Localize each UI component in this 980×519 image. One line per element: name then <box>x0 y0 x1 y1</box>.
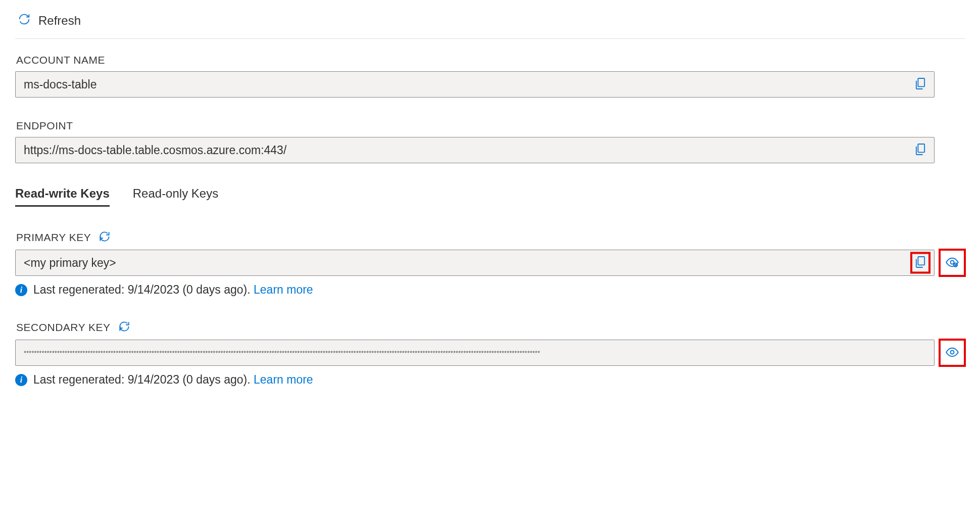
refresh-button[interactable]: Refresh <box>17 12 81 29</box>
tab-read-write-keys[interactable]: Read-write Keys <box>15 185 110 206</box>
toolbar: Refresh <box>15 9 965 38</box>
secondary-key-info-text: Last regenerated: 9/14/2023 (0 days ago)… <box>33 373 254 386</box>
regenerate-primary-key-button[interactable] <box>98 230 111 245</box>
endpoint-field: ENDPOINT <box>15 120 965 163</box>
primary-key-label: PRIMARY KEY <box>16 231 91 244</box>
refresh-label: Refresh <box>38 14 81 28</box>
primary-key-input[interactable] <box>15 250 935 276</box>
show-secondary-key-button[interactable] <box>940 340 965 366</box>
primary-key-field: PRIMARY KEY <box>15 230 965 297</box>
secondary-key-field: SECONDARY KEY i Last regenerated: 9/14/2… <box>15 320 965 387</box>
account-name-field: ACCOUNT NAME <box>15 54 965 98</box>
regenerate-icon <box>118 320 131 335</box>
divider <box>15 38 965 39</box>
keys-tabs: Read-write Keys Read-only Keys <box>15 185 965 206</box>
secondary-key-input[interactable] <box>15 340 935 366</box>
account-name-label: ACCOUNT NAME <box>16 54 965 66</box>
endpoint-label: ENDPOINT <box>16 120 965 132</box>
copy-account-name-button[interactable] <box>911 75 929 95</box>
copy-primary-key-button[interactable] <box>911 253 929 273</box>
regenerate-secondary-key-button[interactable] <box>118 320 131 335</box>
svg-point-0 <box>951 260 954 264</box>
endpoint-input[interactable] <box>15 137 935 163</box>
primary-key-info: i Last regenerated: 9/14/2023 (0 days ag… <box>15 283 965 297</box>
secondary-key-learn-more-link[interactable]: Learn more <box>254 373 313 386</box>
primary-key-info-text: Last regenerated: 9/14/2023 (0 days ago)… <box>33 283 254 296</box>
account-name-input[interactable] <box>15 71 935 98</box>
copy-icon <box>913 263 927 271</box>
copy-endpoint-button[interactable] <box>911 140 929 160</box>
primary-key-learn-more-link[interactable]: Learn more <box>254 283 313 296</box>
copy-icon <box>913 85 927 92</box>
info-icon: i <box>15 374 27 386</box>
refresh-icon <box>17 12 31 29</box>
tab-read-only-keys[interactable]: Read-only Keys <box>133 185 218 206</box>
copy-icon <box>913 151 927 158</box>
regenerate-icon <box>98 230 111 245</box>
eye-icon <box>945 345 959 361</box>
hide-primary-key-button[interactable] <box>940 250 965 276</box>
secondary-key-info: i Last regenerated: 9/14/2023 (0 days ag… <box>15 373 965 387</box>
eye-hide-icon <box>945 255 959 271</box>
secondary-key-label: SECONDARY KEY <box>16 321 111 334</box>
svg-point-2 <box>951 350 954 354</box>
info-icon: i <box>15 284 27 296</box>
